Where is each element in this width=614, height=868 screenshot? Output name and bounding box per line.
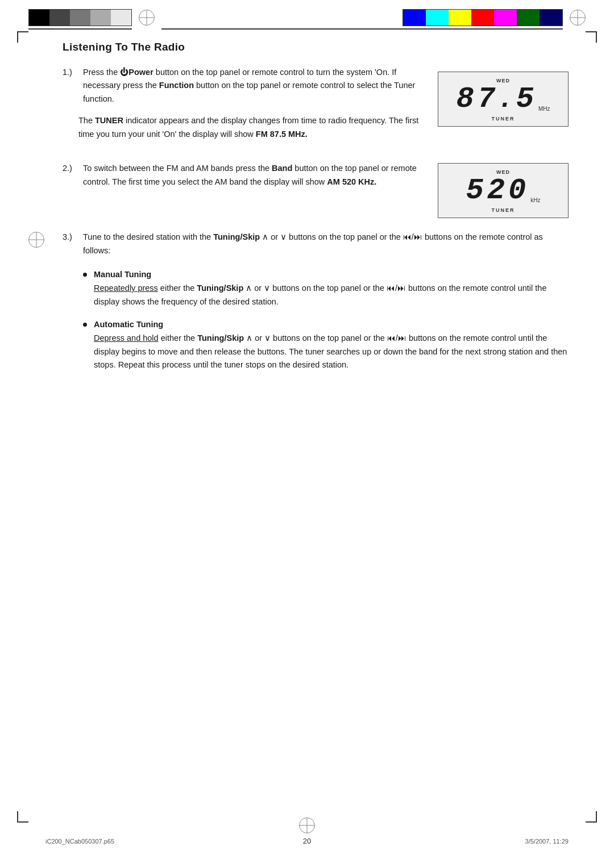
right-color-strip	[403, 9, 563, 26]
item2-number: 2.)	[63, 162, 78, 176]
am-display: WED 5 2 0 kHz TUNER	[438, 163, 569, 218]
fm-display-label-bottom: TUNER	[446, 116, 560, 122]
color-block-lightgray	[90, 10, 111, 26]
item1-number: 1.)	[63, 66, 78, 80]
item1-text: Press the ⏻Power button on the top panel…	[83, 66, 424, 107]
color-block-black	[29, 10, 49, 26]
footer: iC200_NCab050307.p65 20 3/5/2007, 11:29	[0, 837, 614, 845]
bullet2-title: Automatic Tuning	[94, 320, 163, 329]
section-title: Listening To The Radio	[63, 41, 569, 53]
color-block-darkgreen	[517, 10, 540, 26]
footer-date: 3/5/2007, 11:29	[525, 838, 569, 845]
am-display-unit: kHz	[530, 197, 540, 203]
color-block-blue	[403, 10, 426, 26]
bullet1-title: Manual Tuning	[94, 270, 151, 279]
fm-display: WED 8 7 . 5 MHz TUNER	[438, 72, 569, 127]
color-block-magenta	[494, 10, 517, 26]
item3-number: 3.)	[63, 231, 78, 244]
bullet2-content: Automatic Tuning Depress and hold either…	[94, 318, 569, 373]
color-block-red	[471, 10, 494, 26]
color-block-yellow	[449, 10, 471, 26]
bullet-dot-1	[83, 273, 87, 277]
am-display-digits: 5 2 0	[466, 176, 528, 206]
fm-display-unit: MHz	[538, 106, 550, 112]
color-block-medgray	[70, 10, 90, 26]
left-color-strip	[28, 9, 132, 26]
color-block-darkblue2	[540, 10, 562, 26]
footer-filename: iC200_NCab050307.p65	[45, 838, 114, 845]
crosshair-right	[570, 10, 586, 26]
crosshair-bottom-center	[299, 817, 315, 833]
bullet-dot-2	[83, 323, 87, 327]
bullet-manual-tuning: Manual Tuning Repeatedly press either th…	[83, 268, 569, 309]
crosshair-item3	[28, 232, 44, 248]
bullet1-content: Manual Tuning Repeatedly press either th…	[94, 268, 569, 309]
corner-mark-br	[583, 809, 597, 823]
item3-text: Tune to the desired station with the Tun…	[83, 231, 569, 258]
crosshair-left	[139, 10, 155, 26]
fm-display-digits: 8 7 . 5	[456, 85, 534, 114]
footer-page-number: 20	[303, 837, 311, 845]
color-block-cyan	[426, 10, 449, 26]
bullet-automatic-tuning: Automatic Tuning Depress and hold either…	[83, 318, 569, 373]
color-block-darkgray	[49, 10, 70, 26]
corner-mark-bl	[17, 809, 31, 823]
item2-text: To switch between the FM and AM bands pr…	[83, 162, 424, 189]
item1-tuner-paragraph: The TUNER indicator appears and the disp…	[78, 114, 424, 141]
am-display-label-bottom: TUNER	[446, 207, 560, 213]
color-block-white	[111, 10, 131, 26]
